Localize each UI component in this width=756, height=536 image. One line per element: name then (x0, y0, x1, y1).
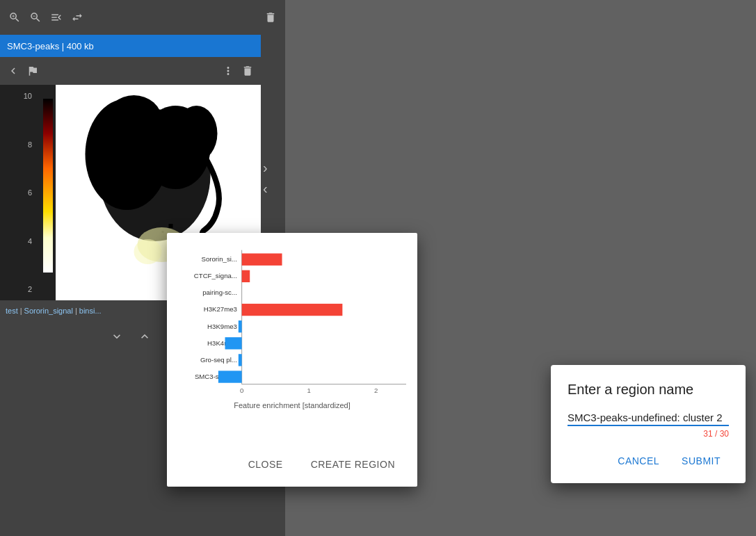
pin-button[interactable] (26, 65, 39, 77)
more-button[interactable] (222, 65, 234, 77)
delete-button-top[interactable] (264, 11, 277, 24)
svg-rect-25 (239, 320, 242, 332)
create-region-button[interactable]: CREATE REGION (300, 453, 406, 476)
y-label-2: 2 (3, 285, 32, 293)
second-toolbar (0, 57, 261, 85)
svg-text:0: 0 (240, 387, 243, 394)
svg-text:CTCF_signa...: CTCF_signa... (194, 272, 237, 279)
swap-arrows-button[interactable] (71, 11, 83, 24)
submit-button[interactable]: SUBMIT (673, 450, 729, 472)
svg-rect-23 (242, 270, 250, 282)
chart-area: Sororin_si... CTCF_signa... pairing-sc..… (178, 244, 406, 448)
track-label-bar: SMC3-peaks | 400 kb (0, 35, 261, 57)
dialog-actions: CANCEL SUBMIT (568, 450, 729, 472)
nav-arrow-right[interactable]: › (263, 160, 268, 176)
svg-text:H3K27me3: H3K27me3 (204, 305, 237, 313)
footer-link-binsi[interactable]: binsi... (79, 307, 102, 315)
svg-text:Gro-seq pl...: Gro-seq pl... (200, 356, 237, 364)
collapse-button[interactable] (7, 65, 19, 77)
svg-rect-24 (242, 304, 343, 316)
cancel-button[interactable]: CANCEL (609, 450, 668, 472)
svg-text:1: 1 (307, 387, 310, 394)
svg-point-4 (176, 106, 218, 161)
close-button[interactable]: CLOSE (237, 453, 294, 476)
svg-rect-28 (218, 371, 242, 382)
zoom-out-button[interactable] (29, 11, 42, 24)
svg-rect-22 (242, 254, 282, 266)
bar-chart: Sororin_si... CTCF_signa... pairing-sc..… (178, 244, 406, 397)
expand-up-button[interactable] (138, 330, 152, 343)
svg-text:pairing-sc...: pairing-sc... (202, 289, 237, 296)
svg-text:2: 2 (374, 387, 378, 394)
svg-rect-26 (225, 337, 242, 349)
expand-down-button[interactable] (110, 330, 124, 343)
svg-text:Sororin_si...: Sororin_si... (202, 255, 237, 263)
footer-link-sororin[interactable]: Sororin_signal (24, 307, 73, 315)
region-dialog-title: Enter a region name (568, 382, 729, 398)
svg-rect-27 (239, 354, 242, 366)
color-scale-bar (43, 99, 53, 273)
svg-point-11 (134, 239, 162, 264)
chart-dialog: Sororin_si... CTCF_signa... pairing-sc..… (167, 233, 417, 487)
list-button[interactable] (50, 11, 63, 24)
y-label-10: 10 (3, 92, 32, 100)
nav-arrow-left[interactable]: ‹ (263, 181, 268, 197)
chart-x-label: Feature enrichment [standardized] (178, 401, 406, 409)
y-label-8: 8 (3, 140, 32, 149)
footer-link-test[interactable]: test (6, 307, 18, 315)
svg-text:H3K9me3: H3K9me3 (207, 323, 237, 330)
svg-rect-6 (169, 224, 173, 228)
chart-buttons: CLOSE CREATE REGION (178, 453, 406, 476)
y-label-4: 4 (3, 237, 32, 245)
region-input-row (568, 412, 729, 426)
y-axis: 10 8 6 4 2 (0, 85, 35, 300)
top-toolbar (0, 0, 285, 35)
region-name-dialog: Enter a region name 31 / 30 CANCEL SUBMI… (551, 365, 746, 483)
delete-button-track[interactable] (241, 65, 254, 77)
svg-point-5 (106, 95, 162, 144)
zoom-in-button[interactable] (8, 11, 21, 24)
track-label: SMC3-peaks | 400 kb (7, 41, 94, 51)
y-label-6: 6 (3, 188, 32, 197)
region-name-input[interactable] (568, 412, 729, 426)
char-count: 31 / 30 (568, 429, 729, 439)
